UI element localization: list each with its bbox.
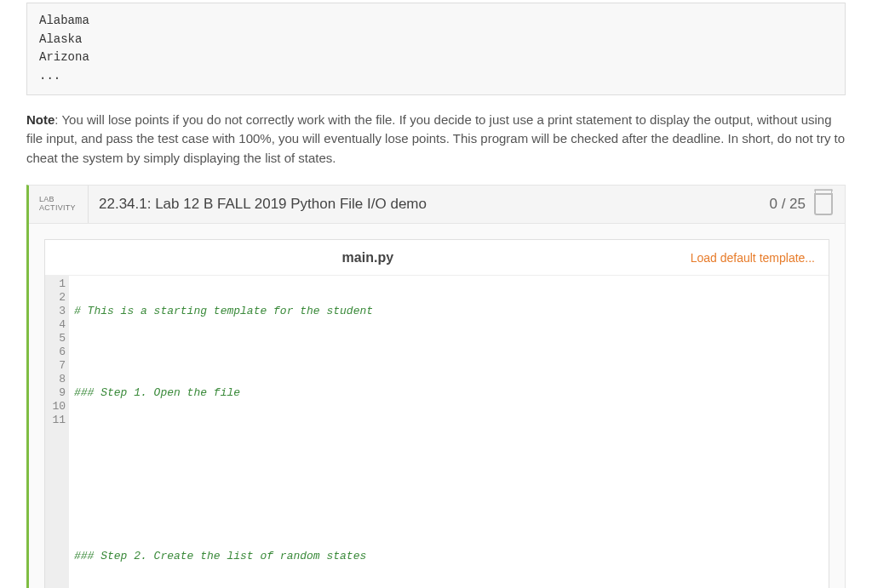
note-paragraph: Note: You will lose points if you do not…: [26, 111, 846, 168]
note-text: : You will lose points if you do not cor…: [26, 112, 845, 165]
lab-score: 0 / 25: [760, 196, 814, 213]
code-area[interactable]: 1 2 3 4 5 6 7 8 9 10 11 # This is a star…: [45, 276, 829, 588]
line-number: 9: [45, 386, 66, 400]
file-tab[interactable]: main.py: [342, 250, 393, 265]
lab-badge-line2: ACTIVITY: [39, 204, 88, 213]
lab-body: main.py Load default template... 1 2 3 4…: [29, 224, 845, 588]
line-number: 10: [45, 400, 66, 414]
bookmark-icon[interactable]: [814, 193, 833, 215]
line-number: 5: [45, 332, 66, 345]
line-number: 3: [45, 305, 66, 318]
line-number: 11: [45, 414, 66, 427]
code-line: ### Step 2. Create the list of random st…: [74, 550, 366, 562]
example-line: Alaska: [39, 31, 833, 49]
line-number: 1: [45, 277, 66, 291]
load-default-template-link[interactable]: Load default template...: [691, 251, 829, 265]
line-gutter: 1 2 3 4 5 6 7 8 9 10 11: [45, 276, 69, 588]
example-line: Arizona: [39, 49, 833, 67]
line-number: 2: [45, 291, 66, 305]
editor-tabs: main.py Load default template...: [45, 240, 829, 276]
code-line: # This is a starting template for the st…: [74, 305, 373, 317]
example-line: Alabama: [39, 12, 833, 31]
lab-badge: LAB ACTIVITY: [29, 186, 89, 223]
line-number: 4: [45, 318, 66, 332]
line-number: 7: [45, 359, 66, 373]
line-number: 8: [45, 373, 66, 386]
example-output-box: Alabama Alaska Arizona ...: [26, 3, 846, 95]
lab-activity-container: LAB ACTIVITY 22.34.1: Lab 12 B FALL 2019…: [26, 185, 846, 588]
line-number: 6: [45, 345, 66, 359]
code-editor: main.py Load default template... 1 2 3 4…: [44, 239, 829, 588]
lab-title: 22.34.1: Lab 12 B FALL 2019 Python File …: [89, 196, 760, 213]
code-lines[interactable]: # This is a starting template for the st…: [69, 276, 829, 588]
example-line: ...: [39, 67, 833, 86]
note-label: Note: [26, 112, 54, 127]
lab-header: LAB ACTIVITY 22.34.1: Lab 12 B FALL 2019…: [29, 186, 845, 224]
code-line: ### Step 1. Open the file: [74, 386, 240, 399]
